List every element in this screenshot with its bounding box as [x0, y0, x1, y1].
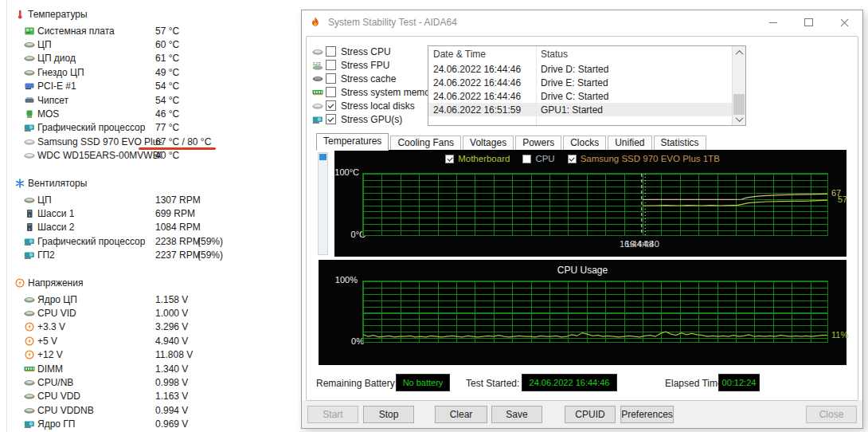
event-log-table[interactable]: Date & Time Status 24.06.2022 16:44:46Dr… — [428, 45, 746, 126]
voltage-icon — [24, 322, 37, 332]
cpu-usage-title: CPU Usage — [319, 265, 846, 276]
y-axis-min-label: 0% — [339, 336, 364, 346]
log-cell-status: Drive E: Started — [536, 77, 608, 88]
checkbox[interactable] — [326, 73, 336, 84]
scroll-up-icon[interactable] — [733, 46, 745, 59]
log-cell-status: GPU1: Started — [536, 104, 603, 116]
sensor-section-title: Температуры — [28, 9, 88, 20]
log-row[interactable]: 24.06.2022 16:44:46Drive E: Started — [428, 76, 745, 89]
close-icon[interactable] — [827, 10, 862, 34]
voltage-icon — [24, 350, 37, 359]
sensor-value: 1.000 V — [155, 308, 188, 319]
sensor-label: Шасси 1 — [37, 208, 74, 219]
test-progress-bar — [318, 152, 328, 255]
gpu-icon — [24, 237, 37, 246]
scroll-down-icon[interactable] — [733, 112, 745, 125]
checkbox[interactable] — [326, 114, 336, 124]
sensor-row: Ядро ЦП1.158 V — [14, 293, 296, 306]
cpuid-button[interactable]: CPUID — [565, 406, 616, 423]
series-end-value: 11% — [831, 330, 848, 340]
sensor-list: ТемпературыСистемная плата57 °CЦП60 °CЦП… — [14, 5, 296, 431]
checkbox[interactable] — [326, 60, 336, 70]
log-row[interactable]: 24.06.2022 16:44:46Drive D: Started — [428, 62, 745, 76]
tab-cooling-fans[interactable]: Cooling Fans — [390, 135, 461, 151]
sensor-row: WDC WD15EARS-00MVWB040 °C — [14, 149, 296, 163]
sensor-label: Графический процессор — [37, 122, 145, 133]
chip-icon — [24, 308, 37, 318]
save-button[interactable]: Save — [491, 406, 542, 423]
sensor-section-title: Вентиляторы — [28, 178, 87, 189]
stop-button[interactable]: Stop — [363, 406, 414, 423]
sensor-label: ЦП — [37, 194, 52, 206]
sensor-row: +12 V11.808 V — [14, 348, 296, 361]
tab-temperatures[interactable]: Temperatures — [316, 133, 389, 151]
status-value-box: 24.06.2022 16:44:46 — [522, 374, 617, 391]
sensor-label: Графический процессор — [37, 236, 145, 247]
log-header-datetime: Date & Time — [428, 49, 536, 60]
sensor-value: 1307 RPM — [155, 194, 201, 206]
sensor-row: CPU VDD1.163 V — [14, 390, 296, 403]
tab-clocks[interactable]: Clocks — [563, 135, 606, 151]
content-panel: Stress CPU123Stress FPUStress cacheStres… — [306, 36, 858, 401]
sensor-label: MOS — [37, 108, 59, 120]
maximize-icon[interactable] — [791, 10, 827, 34]
aida64-stability-test-window: System Stability Test - AIDA64 Stress CP… — [301, 10, 863, 429]
sensor-label: WDC WD15EARS-00MVWB0 — [37, 150, 162, 161]
tab-unified[interactable]: Unified — [608, 135, 651, 151]
stress-option[interactable]: Stress cache — [312, 72, 438, 85]
sensor-value: 0.969 V — [155, 418, 188, 430]
sensor-value: 0.994 V — [155, 405, 188, 416]
stress-option[interactable]: Stress local disks — [312, 99, 438, 112]
sensor-row: Шасси 21084 RPM — [14, 221, 296, 234]
log-header: Date & Time Status — [428, 46, 745, 62]
sensor-row: +5 V4.940 V — [14, 334, 296, 348]
stress-option[interactable]: Stress system memory — [312, 85, 438, 99]
checkbox[interactable] — [326, 87, 336, 97]
legend-checkbox[interactable] — [568, 155, 577, 163]
tab-voltages[interactable]: Voltages — [463, 135, 514, 151]
sensor-value: 1.340 V — [155, 363, 188, 375]
log-scrollbar[interactable] — [732, 46, 745, 125]
clear-button[interactable]: Clear — [435, 406, 487, 423]
legend-checkbox[interactable] — [522, 155, 531, 163]
window-titlebar[interactable]: System Stability Test - AIDA64 — [302, 10, 862, 34]
screen: ТемпературыСистемная плата57 °CЦП60 °CЦП… — [0, 0, 868, 432]
temperature-legend: MotherboardCPUSamsung SSD 970 EVO Plus 1… — [334, 154, 831, 163]
sensor-value: 2238 RPM — [155, 236, 201, 247]
checkbox[interactable] — [326, 46, 336, 57]
tab-powers[interactable]: Powers — [515, 135, 561, 151]
sensor-value: 1.163 V — [155, 391, 188, 402]
sensor-value: 57 °C — [155, 26, 179, 37]
voltage-icon — [24, 336, 37, 346]
log-row[interactable]: 24.06.2022 16:51:59GPU1: Started — [428, 103, 745, 116]
sensor-label: CPU VDDNB — [37, 405, 94, 416]
log-column-divider — [536, 46, 537, 125]
legend-checkbox[interactable] — [445, 155, 454, 163]
sensor-row: Графический процессор77 °C — [14, 121, 296, 135]
sensor-value-percent: (59%) — [197, 236, 223, 247]
stress-option[interactable]: Stress GPU(s) — [312, 112, 438, 126]
minimize-icon[interactable] — [755, 10, 791, 34]
checkbox[interactable] — [326, 100, 336, 111]
status-label: Test Started: — [466, 378, 519, 389]
stress-option[interactable]: 123Stress FPU — [312, 58, 438, 72]
stress-option-label: Stress GPU(s) — [341, 114, 402, 125]
stress-option-label: Stress system memory — [341, 87, 438, 98]
stress-option[interactable]: Stress CPU — [312, 45, 438, 58]
disk-icon — [24, 151, 37, 160]
thermometer-icon — [14, 10, 28, 19]
sensor-value: 54 °C — [155, 95, 179, 106]
preferences-button[interactable]: Preferences — [620, 406, 674, 423]
log-row[interactable]: 24.06.2022 16:44:46Drive C: Started — [428, 89, 745, 103]
sensor-value: 699 RPM — [155, 208, 195, 219]
tab-statistics[interactable]: Statistics — [654, 135, 706, 151]
y-axis-max-label: 100°C — [334, 167, 359, 177]
sensor-value: 4.940 V — [155, 336, 188, 347]
chip-icon — [24, 195, 37, 205]
log-header-status: Status — [536, 49, 568, 60]
stress-options-list: Stress CPU123Stress FPUStress cacheStres… — [312, 45, 438, 126]
sensor-value: 2237 RPM — [155, 249, 201, 261]
ram-icon — [312, 88, 326, 97]
log-cell-status: Drive C: Started — [536, 91, 608, 102]
sensor-section-title: Напряжения — [28, 277, 83, 289]
